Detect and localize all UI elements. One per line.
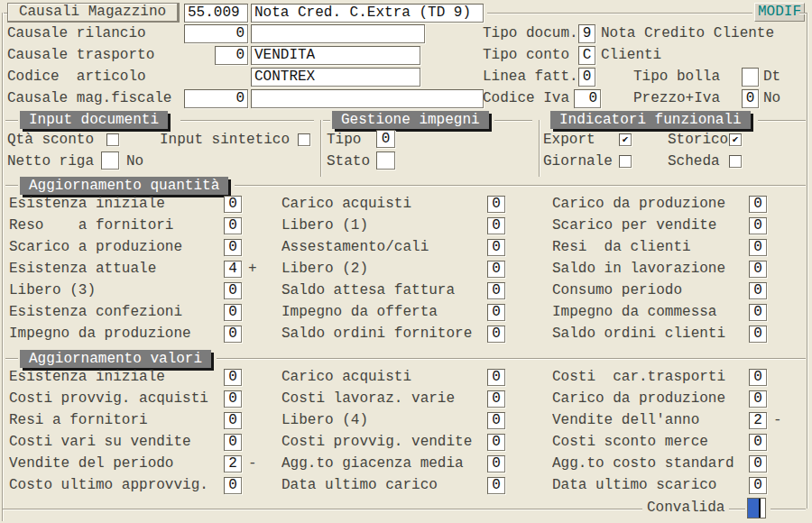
value-field[interactable]: 0 [487,390,505,408]
export-checkbox[interactable]: ✔ [619,133,632,146]
field-label: Costi vari su vendite [9,434,224,450]
causale-rilancio-label: Causale rilancio [7,24,146,43]
value-field[interactable]: 0 [487,434,505,451]
value-field[interactable]: 0 [487,196,505,213]
tipo-docum-field[interactable]: 9 [578,24,595,43]
check-icon: ✔ [620,134,631,145]
linea-fatt-field[interactable]: 0 [578,68,595,87]
field-label: Data ultimo carico [281,477,487,493]
value-field[interactable]: 0 [749,455,767,473]
value-field[interactable]: 0 [749,477,767,494]
value-field[interactable]: 0 [487,217,505,234]
field-row: Reso a fornitori0 [9,215,257,236]
value-field[interactable]: 0 [749,369,767,386]
convalida-field[interactable] [747,498,766,518]
field-row: Data ultimo carico0 [281,474,505,496]
field-row: Agg.to giacenza media0 [281,453,505,474]
value-field[interactable]: 0 [749,217,767,234]
value-field[interactable]: 0 [487,455,505,473]
value-field[interactable]: 0 [487,326,505,343]
tipo-bolla-field[interactable] [742,68,759,87]
value-field[interactable]: 0 [749,282,767,299]
field-row: Assestamento/cali0 [281,236,505,258]
field-row: Impegno da produzione0 [9,323,257,344]
agg-valori-column-2: Carico acquisti0Costi lavoraz. varie0Lib… [281,366,505,496]
causale-magfiscale-text-field[interactable] [251,89,484,108]
value-field[interactable]: 0 [224,369,242,386]
field-label: Vendite dell'anno [552,412,749,428]
input-sintetico-label: Input sintetico [160,131,290,149]
netto-riga-field[interactable] [101,151,119,170]
value-field[interactable]: 0 [749,304,767,321]
value-field[interactable]: 4 [224,261,242,278]
value-field[interactable]: 0 [749,239,767,256]
frame-left-border [2,13,3,521]
check-icon: ✔ [730,134,741,145]
impegni-stato-field[interactable] [376,151,395,170]
value-field[interactable]: 0 [487,282,505,299]
storico-label: Storico [668,131,728,149]
value-field[interactable]: 0 [487,239,505,256]
field-label: Assestamento/cali [281,239,487,255]
causale-magfiscale-value-field[interactable]: 0 [184,89,248,108]
scheda-checkbox[interactable]: ✔ [729,155,742,168]
field-label: Libero (4) [281,412,487,428]
tipo-conto-field[interactable]: C [578,46,595,65]
value-field[interactable]: 0 [224,477,242,494]
value-field[interactable]: 2 [749,412,767,429]
field-row: Vendite dell'anno2- [552,409,782,431]
field-label: Costi car.trasporti [552,369,749,385]
value-field[interactable]: 0 [487,412,505,429]
footer-divider [770,509,806,509]
value-field[interactable]: 0 [224,304,242,321]
field-row: Libero (3)0 [9,280,257,301]
agg-quantita-column-1: Esistenza iniziale0Reso a fornitori0Scar… [9,193,257,344]
causale-code-field[interactable]: 55.009 [184,4,248,23]
value-field[interactable]: 0 [224,239,242,256]
causale-trasporto-value-field[interactable]: 0 [215,46,248,65]
linea-fatt-label: Linea fatt. [483,68,578,87]
value-field[interactable]: 0 [224,390,242,408]
value-field[interactable]: 0 [487,369,505,386]
impegni-tipo-field[interactable]: 0 [376,130,395,148]
field-row: Costi lavoraz. varie0 [281,388,505,409]
field-row: Libero (2)0 [281,258,505,280]
value-field[interactable]: 0 [749,390,767,408]
value-field[interactable]: 0 [749,326,767,343]
field-row: Costi sconto merce0 [552,431,782,453]
storico-checkbox[interactable]: ✔ [729,133,742,146]
codice-articolo-field[interactable]: CONTREX [251,68,420,87]
value-field[interactable]: 0 [487,304,505,321]
giornale-checkbox[interactable]: ✔ [619,155,632,168]
value-field[interactable]: 0 [224,196,242,213]
codice-iva-field[interactable]: 0 [574,89,601,108]
value-field[interactable]: 0 [749,261,767,278]
value-field[interactable]: 0 [749,434,767,451]
mode-badge: MODIF [754,3,805,22]
causale-trasporto-text-field[interactable]: VENDITA [251,46,420,65]
causale-rilancio-text-field[interactable] [251,24,425,43]
input-sintetico-checkbox[interactable]: ✔ [298,133,310,146]
value-field[interactable]: 0 [224,412,242,429]
field-row: Costi provvig. acquisti0 [9,388,257,409]
export-label: Export [543,131,595,149]
value-field[interactable]: 0 [749,196,767,213]
prezzo-iva-field[interactable]: 0 [742,89,759,108]
value-field[interactable]: 0 [224,217,242,234]
field-row: Agg.to costo standard0 [552,453,782,474]
value-field[interactable]: 0 [224,326,242,343]
field-label: Saldo attesa fattura [281,282,487,298]
value-field[interactable]: 0 [487,477,505,494]
causale-trasporto-label: Causale trasporto [7,46,154,65]
codice-iva-label: Codice Iva [483,89,569,108]
value-field[interactable]: 0 [487,261,505,278]
field-label: Costi sconto merce [552,434,749,450]
sign-suffix: - [773,412,782,428]
value-field[interactable]: 0 [224,282,242,299]
qta-sconto-checkbox[interactable]: ✔ [106,133,119,146]
causale-description-field[interactable]: Nota Cred. C.Extra (TD 9) [251,4,484,23]
field-label: Carico da produzione [552,196,749,212]
value-field[interactable]: 2 [224,455,242,473]
value-field[interactable]: 0 [224,434,242,451]
causale-rilancio-value-field[interactable]: 0 [184,24,248,43]
